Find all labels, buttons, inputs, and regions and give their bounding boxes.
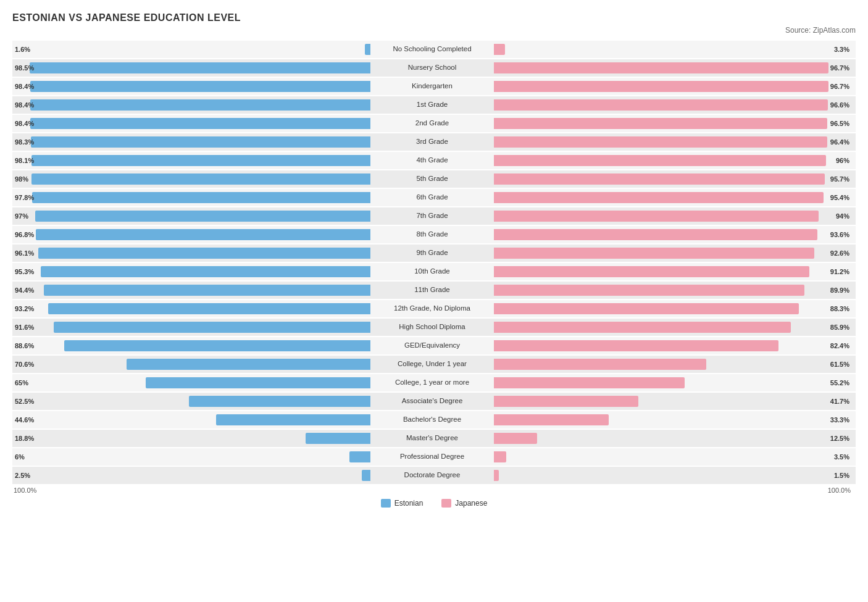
bar-row: 98.3% 3rd Grade 96.4% bbox=[12, 133, 856, 151]
chart-title: ESTONIAN VS JAPANESE EDUCATION LEVEL bbox=[12, 12, 856, 23]
estonian-value: 98.1% bbox=[15, 157, 34, 164]
bar-blue bbox=[35, 211, 370, 222]
left-wrapper: 65% bbox=[12, 374, 370, 391]
legend-estonian-label: Estonian bbox=[394, 499, 424, 508]
left-wrapper: 98% bbox=[12, 170, 370, 188]
bar-blue bbox=[41, 266, 370, 277]
bar-blue bbox=[36, 229, 370, 240]
estonian-value: 98.3% bbox=[15, 138, 34, 146]
bar-row: 94.4% 11th Grade 89.9% bbox=[12, 282, 856, 299]
bar-pink bbox=[494, 136, 827, 148]
estonian-value: 98.4% bbox=[15, 83, 34, 90]
estonian-value: 98.4% bbox=[15, 101, 34, 109]
japanese-value: 89.9% bbox=[830, 286, 849, 294]
japanese-value: 96.4% bbox=[830, 138, 849, 146]
japanese-value: 96.7% bbox=[830, 64, 849, 72]
legend-japanese-box bbox=[441, 499, 451, 508]
estonian-value: 97% bbox=[15, 212, 28, 220]
bar-row: 95.3% 10th Grade 91.2% bbox=[12, 263, 856, 280]
estonian-value: 6% bbox=[15, 453, 25, 461]
bar-pink bbox=[494, 340, 778, 351]
right-wrapper: 91.2% bbox=[494, 263, 852, 280]
left-wrapper: 98.1% bbox=[12, 152, 370, 169]
japanese-value: 61.5% bbox=[830, 361, 849, 368]
bar-blue bbox=[30, 81, 370, 92]
right-wrapper: 61.5% bbox=[494, 356, 852, 373]
bar-pink bbox=[494, 44, 505, 55]
japanese-value: 96.5% bbox=[830, 120, 849, 127]
bar-pink bbox=[494, 62, 828, 73]
left-wrapper: 96.1% bbox=[12, 245, 370, 262]
center-label: Master's Degree bbox=[370, 434, 494, 443]
bar-blue bbox=[31, 136, 370, 148]
japanese-value: 96.6% bbox=[830, 101, 849, 109]
left-wrapper: 97% bbox=[12, 207, 370, 225]
estonian-value: 98.5% bbox=[15, 64, 34, 72]
left-wrapper: 18.8% bbox=[12, 430, 370, 447]
center-label: 10th Grade bbox=[370, 267, 494, 276]
right-wrapper: 96.4% bbox=[494, 133, 852, 151]
left-wrapper: 97.8% bbox=[12, 189, 370, 206]
bar-blue bbox=[64, 340, 370, 351]
center-label: Bachelor's Degree bbox=[370, 416, 494, 424]
estonian-value: 95.3% bbox=[15, 268, 34, 275]
left-wrapper: 98.5% bbox=[12, 59, 370, 77]
center-label: Doctorate Degree bbox=[370, 471, 494, 480]
japanese-value: 55.2% bbox=[830, 379, 849, 387]
right-wrapper: 96.5% bbox=[494, 115, 852, 132]
x-axis-right: 100.0% bbox=[494, 487, 852, 494]
bar-blue bbox=[216, 414, 370, 425]
bar-blue bbox=[365, 44, 370, 55]
bar-row: 65% College, 1 year or more 55.2% bbox=[12, 374, 856, 391]
bar-row: 88.6% GED/Equivalency 82.4% bbox=[12, 337, 856, 354]
left-wrapper: 98.4% bbox=[12, 96, 370, 114]
source-label: Source: ZipAtlas.com bbox=[12, 26, 856, 35]
chart-container: 1.6% No Schooling Completed 3.3% 98.5% N… bbox=[12, 41, 856, 484]
japanese-value: 96% bbox=[836, 157, 849, 164]
bar-pink bbox=[494, 322, 791, 333]
bar-row: 2.5% Doctorate Degree 1.5% bbox=[12, 467, 856, 484]
bar-pink bbox=[494, 266, 809, 277]
center-label: 9th Grade bbox=[370, 249, 494, 257]
left-wrapper: 6% bbox=[12, 448, 370, 466]
bar-row: 98.1% 4th Grade 96% bbox=[12, 152, 856, 169]
center-label: GED/Equivalency bbox=[370, 341, 494, 350]
right-wrapper: 93.6% bbox=[494, 226, 852, 243]
right-wrapper: 92.6% bbox=[494, 245, 852, 262]
center-label: 5th Grade bbox=[370, 175, 494, 183]
bar-blue bbox=[32, 192, 370, 203]
bar-pink bbox=[494, 81, 828, 92]
bar-pink bbox=[494, 451, 506, 462]
bar-pink bbox=[494, 192, 824, 203]
bar-blue bbox=[306, 433, 370, 444]
left-wrapper: 88.6% bbox=[12, 337, 370, 354]
left-wrapper: 98.4% bbox=[12, 78, 370, 95]
estonian-value: 91.6% bbox=[15, 324, 34, 331]
bar-row: 97.8% 6th Grade 95.4% bbox=[12, 189, 856, 206]
left-wrapper: 44.6% bbox=[12, 411, 370, 429]
bar-pink bbox=[494, 248, 814, 259]
right-wrapper: 3.3% bbox=[494, 41, 852, 58]
center-label: Kindergarten bbox=[370, 82, 494, 91]
bar-blue bbox=[30, 62, 370, 73]
japanese-value: 33.3% bbox=[830, 416, 849, 424]
bar-pink bbox=[494, 303, 799, 314]
bar-pink bbox=[494, 99, 828, 111]
japanese-value: 1.5% bbox=[834, 472, 849, 479]
left-wrapper: 94.4% bbox=[12, 282, 370, 299]
bar-blue bbox=[30, 99, 370, 111]
center-label: 2nd Grade bbox=[370, 119, 494, 128]
bar-blue bbox=[30, 118, 370, 129]
bar-blue bbox=[38, 248, 370, 259]
x-axis-left: 100.0% bbox=[12, 487, 370, 494]
estonian-value: 70.6% bbox=[15, 361, 34, 368]
left-wrapper: 70.6% bbox=[12, 356, 370, 373]
estonian-value: 94.4% bbox=[15, 286, 34, 294]
japanese-value: 12.5% bbox=[830, 435, 849, 442]
right-wrapper: 96.7% bbox=[494, 59, 852, 77]
bar-blue bbox=[349, 451, 370, 462]
bar-row: 98.4% 1st Grade 96.6% bbox=[12, 96, 856, 114]
bar-row: 98.4% Kindergarten 96.7% bbox=[12, 78, 856, 95]
estonian-value: 44.6% bbox=[15, 416, 34, 424]
bar-row: 98.5% Nursery School 96.7% bbox=[12, 59, 856, 77]
